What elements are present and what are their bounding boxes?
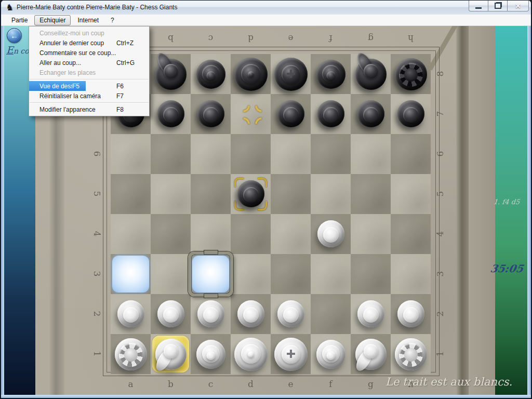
piece-white-pawn-e2[interactable] [271,294,311,334]
table-right-edge [456,26,469,395]
square-h3[interactable] [391,254,431,294]
pawn-head [363,307,379,323]
piece-black-bishop-f8[interactable] [311,54,351,94]
king-cross [287,350,295,358]
square-g5[interactable] [351,174,391,214]
square-d4[interactable] [231,214,271,254]
menu-item-modifier-l-apparence[interactable]: Modifier l'apparenceF8 [29,104,149,114]
piece-white-rook-h1[interactable] [391,334,431,374]
knight-head [364,344,378,358]
piece-white-king-e1[interactable] [271,334,311,374]
square-b3[interactable] [151,254,191,294]
menu-item-vue-par-d-faut[interactable]: Vue par défautF6 [29,81,149,91]
close-button[interactable]: ✕ [507,1,529,11]
piece-black-pawn-h7[interactable] [391,94,431,134]
piece-white-knight-g1[interactable] [351,334,391,374]
restore-button[interactable] [488,1,508,11]
piece-white-rook-a1[interactable] [111,334,151,374]
square-f6[interactable] [311,134,351,174]
square-b4[interactable] [151,214,191,254]
file-label-bottom-e: e [271,379,311,389]
piece-black-pawn-g7[interactable] [351,94,391,134]
piece-black-knight-b8[interactable] [151,54,191,94]
file-label-bottom-g: g [351,379,391,389]
piece-white-pawn-g2[interactable] [351,294,391,334]
menu-item-annuler-le-dernier-coup[interactable]: Annuler le dernier coupCtrl+Z [29,38,149,48]
square-h4[interactable] [391,214,431,254]
menu-item-shortcut: F6 [116,83,143,90]
bishop-head [326,351,335,360]
piece-black-pawn-e7[interactable] [271,94,311,134]
menu-item-commentaire-sur-ce-coup[interactable]: Commentaire sur ce coup... [29,48,149,58]
square-d6[interactable] [231,134,271,174]
menubar-item-partie[interactable]: Partie [6,15,33,25]
piece-white-knight-b1[interactable] [151,334,191,374]
square-a5[interactable] [111,174,151,214]
file-label-top-e: e [271,33,311,44]
piece-black-queen-d8[interactable] [231,54,271,94]
piece-black-king-e8[interactable] [271,54,311,94]
square-a3[interactable] [111,254,151,294]
window-border-left [1,26,4,395]
back-arrow-button[interactable]: ← [7,28,22,43]
square-f2[interactable] [311,294,351,334]
pawn-head [163,107,179,123]
menubar-item-internet[interactable]: Internet [72,15,104,25]
square-g3[interactable] [351,254,391,294]
menubar-item-echiquier[interactable]: Echiquier [34,15,71,25]
piece-black-knight-g8[interactable] [351,54,391,94]
rank-label-right-7: 7 [434,108,446,119]
piece-black-pawn-b7[interactable] [151,94,191,134]
piece-white-pawn-h2[interactable] [391,294,431,334]
piece-black-rook-h8[interactable] [391,54,431,94]
piece-white-pawn-f4[interactable] [311,214,351,254]
menu-item-echanger-les-places[interactable]: Echanger les places [29,68,149,77]
piece-white-pawn-c2[interactable] [191,294,231,334]
piece-black-bishop-c8[interactable] [191,54,231,94]
square-g6[interactable] [351,134,391,174]
file-label-bottom-a: a [111,379,151,389]
menu-item-label: Annuler le dernier coup [39,39,116,47]
square-e4[interactable] [271,214,311,254]
square-g4[interactable] [351,214,391,254]
menubar: PartieEchiquierInternet? [1,15,531,26]
window-border-right [527,26,531,395]
piece-black-pawn-f7[interactable] [311,94,351,134]
square-c5[interactable] [191,174,231,214]
square-d7[interactable] [231,94,271,134]
square-a6[interactable] [111,134,151,174]
menu-item-r-initialiser-la-cam-ra[interactable]: Réinitialiser la caméraF7 [29,91,149,101]
rook-head [399,63,423,87]
square-d3[interactable] [231,254,271,294]
square-a4[interactable] [111,214,151,254]
menubar-item-?[interactable]: ? [105,15,119,25]
square-c4[interactable] [191,214,231,254]
square-e3[interactable] [271,254,311,294]
titlebar[interactable]: ♞ Pierre-Marie Baty contre Pierre-Marie … [1,1,531,15]
piece-white-pawn-d2[interactable] [231,294,271,334]
piece-black-pawn-d5[interactable] [231,174,271,214]
menu-item-conseillez-moi-un-coup[interactable]: Conseillez-moi un coup [29,28,149,38]
square-c6[interactable] [191,134,231,174]
minimize-button[interactable] [469,1,488,11]
square-f3[interactable] [311,254,351,294]
piece-white-pawn-a2[interactable] [111,294,151,334]
square-f5[interactable] [311,174,351,214]
chess-knight-app-icon: ♞ [6,2,14,13]
square-c3[interactable] [191,254,231,294]
pawn-head [243,187,259,203]
square-h6[interactable] [391,134,431,174]
square-b5[interactable] [151,174,191,214]
piece-white-queen-d1[interactable] [231,334,271,374]
menu-item-aller-au-coup[interactable]: Aller au coup...Ctrl+G [29,58,149,68]
square-e5[interactable] [271,174,311,214]
piece-white-pawn-b2[interactable] [151,294,191,334]
square-e6[interactable] [271,134,311,174]
piece-black-pawn-c7[interactable] [191,94,231,134]
piece-white-bishop-c1[interactable] [191,334,231,374]
square-h5[interactable] [391,174,431,214]
piece-white-bishop-f1[interactable] [311,334,351,374]
right-gradient-panel [495,26,527,395]
square-b6[interactable] [151,134,191,174]
file-label-top-f: f [311,33,351,44]
